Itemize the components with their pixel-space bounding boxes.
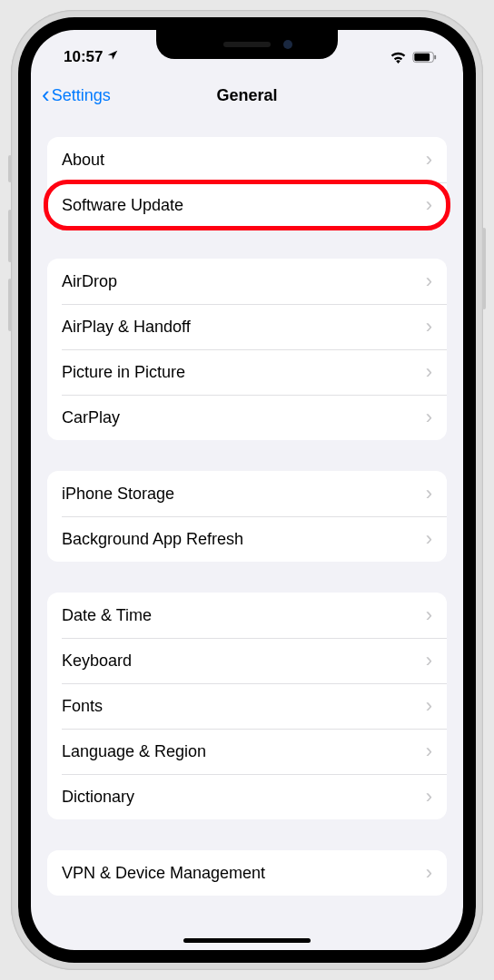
chevron-right-icon: › xyxy=(426,694,432,718)
chevron-left-icon: ‹ xyxy=(42,83,50,106)
chevron-right-icon: › xyxy=(426,740,432,763)
row-dictionary[interactable]: Dictionary› xyxy=(47,774,447,819)
row-airdrop[interactable]: AirDrop› xyxy=(47,259,447,304)
chevron-right-icon: › xyxy=(426,193,432,217)
settings-list[interactable]: About›Software Update›AirDrop›AirPlay & … xyxy=(31,117,463,932)
status-time: 10:57 xyxy=(64,48,103,66)
row-label: Dictionary xyxy=(62,788,134,807)
settings-group: About›Software Update› xyxy=(47,137,447,228)
battery-icon xyxy=(412,51,438,64)
chevron-right-icon: › xyxy=(426,482,432,505)
row-label: iPhone Storage xyxy=(62,485,174,504)
row-iphone-storage[interactable]: iPhone Storage› xyxy=(47,471,447,516)
row-label: Software Update xyxy=(62,196,183,215)
screen: 10:57 ‹ Settings xyxy=(31,30,463,950)
chevron-right-icon: › xyxy=(426,270,432,293)
row-label: AirPlay & Handoff xyxy=(62,318,191,337)
row-label: Picture in Picture xyxy=(62,363,185,382)
row-label: Background App Refresh xyxy=(62,530,243,549)
chevron-right-icon: › xyxy=(426,148,432,172)
silence-switch xyxy=(8,155,12,182)
row-label: VPN & Device Management xyxy=(62,864,265,883)
settings-group: VPN & Device Management› xyxy=(47,850,447,896)
row-software-update[interactable]: Software Update› xyxy=(47,182,447,228)
power-button xyxy=(482,228,486,309)
row-label: About xyxy=(62,151,104,170)
row-label: Fonts xyxy=(62,697,103,716)
back-label: Settings xyxy=(52,86,111,105)
phone-body: 10:57 ‹ Settings xyxy=(18,17,476,963)
row-vpn-device-management[interactable]: VPN & Device Management› xyxy=(47,850,447,896)
status-right xyxy=(390,51,438,64)
chevron-right-icon: › xyxy=(426,360,432,384)
row-airplay-handoff[interactable]: AirPlay & Handoff› xyxy=(47,304,447,349)
chevron-right-icon: › xyxy=(426,785,432,808)
back-button[interactable]: ‹ Settings xyxy=(42,84,111,106)
status-left: 10:57 xyxy=(64,48,119,66)
location-arrow-icon xyxy=(106,48,119,66)
phone-frame: 10:57 ‹ Settings xyxy=(11,10,483,970)
chevron-right-icon: › xyxy=(426,406,432,429)
row-background-app-refresh[interactable]: Background App Refresh› xyxy=(47,516,447,562)
wifi-icon xyxy=(390,51,407,64)
row-picture-in-picture[interactable]: Picture in Picture› xyxy=(47,349,447,395)
home-indicator[interactable] xyxy=(183,938,311,943)
nav-bar: ‹ Settings General xyxy=(31,74,463,117)
volume-down-button xyxy=(8,279,12,331)
chevron-right-icon: › xyxy=(426,861,432,885)
svg-rect-2 xyxy=(434,55,436,60)
chevron-right-icon: › xyxy=(426,527,432,551)
svg-rect-1 xyxy=(414,54,430,61)
notch xyxy=(156,30,338,59)
chevron-right-icon: › xyxy=(426,315,432,338)
row-label: AirDrop xyxy=(62,272,117,291)
row-label: CarPlay xyxy=(62,408,120,427)
row-label: Keyboard xyxy=(62,652,132,671)
row-language-region[interactable]: Language & Region› xyxy=(47,729,447,774)
row-label: Date & Time xyxy=(62,606,152,625)
row-fonts[interactable]: Fonts› xyxy=(47,683,447,729)
settings-group: Date & Time›Keyboard›Fonts›Language & Re… xyxy=(47,593,447,819)
row-about[interactable]: About› xyxy=(47,137,447,182)
row-carplay[interactable]: CarPlay› xyxy=(47,395,447,440)
volume-up-button xyxy=(8,210,12,262)
notch-speaker xyxy=(223,42,271,47)
row-keyboard[interactable]: Keyboard› xyxy=(47,638,447,683)
chevron-right-icon: › xyxy=(426,649,432,672)
notch-camera xyxy=(283,40,292,49)
settings-group: AirDrop›AirPlay & Handoff›Picture in Pic… xyxy=(47,259,447,440)
settings-group: iPhone Storage›Background App Refresh› xyxy=(47,471,447,562)
row-date-time[interactable]: Date & Time› xyxy=(47,593,447,638)
row-label: Language & Region xyxy=(62,742,206,761)
chevron-right-icon: › xyxy=(426,603,432,627)
